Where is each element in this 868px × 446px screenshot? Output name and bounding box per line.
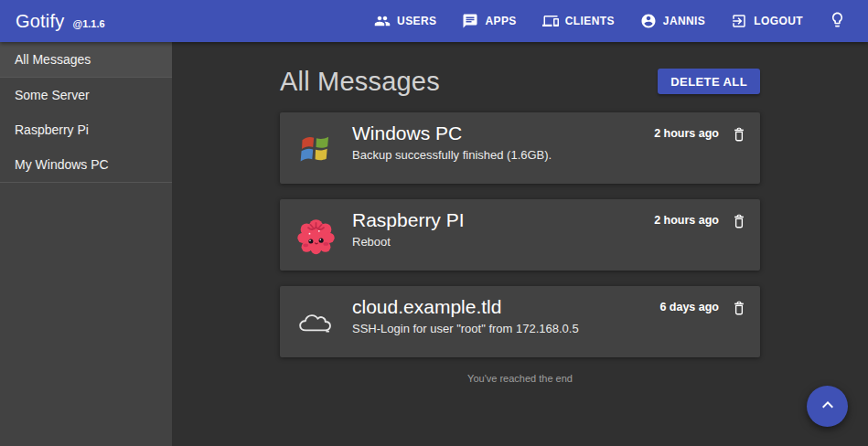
main-area: All Messages DELETE ALL Windows PC Backu… [172,42,868,446]
message-card: Windows PC Backup successfully finished … [280,112,760,184]
nav-users-label: USERS [397,15,436,27]
logout-icon [731,13,747,29]
sidebar: All Messages Some Server Raspberry Pi My… [0,42,172,446]
nav-apps[interactable]: APPS [462,13,516,29]
nav-clients-label: CLIENTS [565,15,615,27]
nav-users[interactable]: USERS [374,13,436,29]
message-timestamp: 2 hours ago [654,212,719,228]
sidebar-divider [0,182,172,183]
delete-message-button[interactable] [731,212,747,230]
message-text: Backup successfully finished (1.6GB). [352,148,654,162]
message-list: Windows PC Backup successfully finished … [280,112,760,357]
raspberry-icon [295,215,337,256]
theme-toggle-button[interactable] [829,11,846,32]
delete-message-button[interactable] [731,299,747,317]
delete-all-button[interactable]: DELETE ALL [658,69,760,94]
app-bar: Gotify @1.1.6 USERS APPS CLIENTS JAN [0,0,868,42]
nav-account-label: JANNIS [663,15,705,27]
delete-message-button[interactable] [731,125,747,143]
sidebar-item-all-messages[interactable]: All Messages [0,42,172,77]
message-card: Raspberry PI Reboot 2 hours ago [280,199,760,271]
brand: Gotify @1.1.6 [16,11,105,32]
chat-icon [462,13,478,29]
users-icon [374,13,391,29]
message-text: Reboot [352,235,654,249]
chevron-up-icon [817,394,839,419]
message-timestamp: 2 hours ago [654,125,719,142]
nav-clients[interactable]: CLIENTS [542,13,615,29]
cloud-icon [295,302,337,343]
sidebar-item-my-windows-pc[interactable]: My Windows PC [0,147,172,182]
nav-logout-label: LOGOUT [754,15,803,27]
sidebar-item-raspberry-pi[interactable]: Raspberry Pi [0,112,172,147]
page-title: All Messages [280,67,440,97]
nav-logout[interactable]: LOGOUT [731,13,803,29]
nav-apps-label: APPS [485,15,516,27]
account-circle-icon [640,13,657,29]
scroll-to-top-button[interactable] [807,386,848,427]
app-version: @1.1.6 [72,18,104,29]
windows-logo-icon [295,128,337,169]
message-card: cloud.example.tld SSH-Login for user "ro… [280,286,760,357]
message-title: cloud.example.tld [352,296,659,318]
message-timestamp: 6 days ago [659,299,719,315]
sidebar-item-some-server[interactable]: Some Server [0,78,172,112]
lightbulb-icon [829,11,846,32]
app-title: Gotify [16,11,64,32]
devices-icon [542,13,559,29]
message-title: Windows PC [352,122,654,144]
message-text: SSH-Login for user "root" from 172.168.0… [352,322,659,335]
end-of-list-text: You've reached the end [280,373,760,384]
top-nav: USERS APPS CLIENTS JANNIS LOGOUT [374,13,803,29]
message-title: Raspberry PI [352,209,654,231]
nav-account[interactable]: JANNIS [640,13,705,29]
